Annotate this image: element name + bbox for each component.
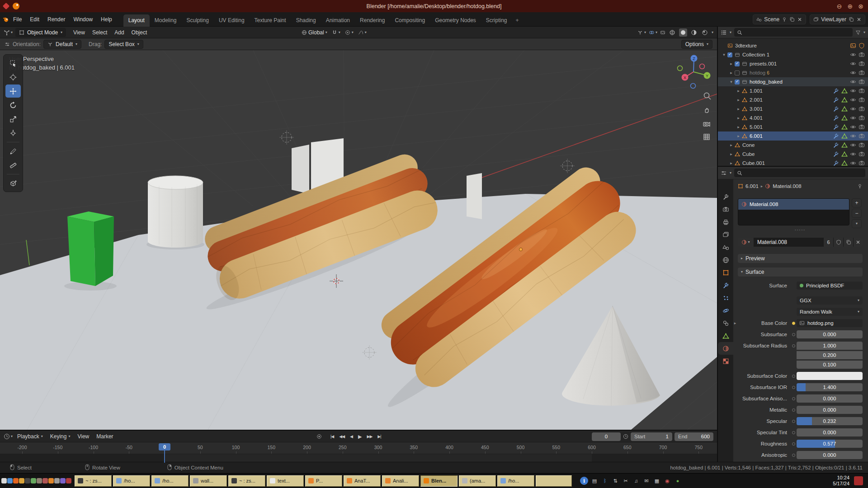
window-button-anali[interactable]: Anali...	[382, 475, 419, 487]
outliner-row-presets-001[interactable]: ▸presets.001	[718, 59, 868, 68]
tab-scripting[interactable]: Scripting	[481, 14, 512, 27]
shader-node-field[interactable]: Principled BSDF	[797, 282, 863, 290]
decorator-dot[interactable]	[790, 386, 797, 389]
screenshot-tray-icon[interactable]: ✂	[622, 477, 630, 485]
add-cube-tool-button[interactable]	[5, 177, 21, 190]
particles-properties-tab[interactable]	[718, 291, 733, 304]
mesh-data-icon[interactable]	[841, 115, 849, 121]
disable-render-icon[interactable]	[859, 115, 866, 121]
pin-icon[interactable]	[857, 183, 863, 189]
window-button-ama[interactable]: (ama...	[459, 475, 496, 487]
property-slider[interactable]: 0.232	[797, 417, 863, 425]
outliner-row-hotdog[interactable]: ▸hotdog6	[718, 68, 868, 77]
decorator-dot[interactable]	[790, 333, 797, 336]
cursor-tool-button[interactable]	[5, 70, 21, 84]
window-button-text[interactable]: text...	[267, 475, 304, 487]
world-properties-tab[interactable]	[718, 253, 733, 266]
hide-eye-icon[interactable]	[850, 115, 857, 121]
disable-render-icon[interactable]	[859, 70, 866, 76]
tab-compositing[interactable]: Compositing	[390, 14, 430, 27]
physics-properties-tab[interactable]	[718, 304, 733, 317]
play-button[interactable]: ▶	[356, 434, 363, 439]
disable-render-icon[interactable]	[859, 52, 866, 58]
expand-toggle-icon[interactable]: ▸	[728, 70, 735, 75]
timeline-menu-view[interactable]: View	[74, 433, 93, 440]
expand-icon[interactable]: ▸	[733, 321, 738, 325]
properties-editor-icon[interactable]	[721, 170, 727, 176]
modifier-icon[interactable]	[833, 106, 840, 112]
hide-eye-icon[interactable]	[850, 97, 857, 103]
property-slider[interactable]: 0.000	[797, 394, 863, 403]
disable-render-icon[interactable]	[859, 79, 866, 85]
window-button-anat[interactable]: AnaT...	[344, 475, 381, 487]
outliner-row-6-001[interactable]: ▸6.001	[718, 131, 868, 141]
remove-slot-button[interactable]: −	[852, 209, 862, 218]
current-frame-field[interactable]: 0	[592, 432, 621, 441]
jump-to-start-button[interactable]: |◀	[328, 435, 336, 439]
property-slider[interactable]: 1.400	[797, 383, 863, 391]
cylinder-object[interactable]	[148, 176, 203, 248]
disable-render-icon[interactable]	[859, 88, 866, 94]
expand-toggle-icon[interactable]: ▸	[735, 98, 742, 102]
close-icon[interactable]	[856, 17, 862, 22]
tab-uv-editing[interactable]: UV Editing	[214, 14, 250, 27]
property-dropdown[interactable]: GGX▾	[797, 296, 863, 305]
settings-launcher-icon[interactable]	[54, 478, 60, 483]
object-properties-tab[interactable]	[718, 266, 733, 279]
preview-section-header[interactable]: ▸Preview	[738, 254, 863, 263]
hide-eye-icon[interactable]	[850, 106, 857, 112]
unlink-material-button[interactable]	[854, 238, 863, 247]
constraints-properties-tab[interactable]	[718, 317, 733, 329]
viewport-3d[interactable]: Z X Y User Perspective (0) hotdog_ba	[0, 50, 717, 430]
property-dropdown[interactable]: Random Walk▾	[797, 308, 863, 316]
modifier-icon[interactable]	[833, 151, 840, 157]
empty-object-3[interactable]	[560, 159, 575, 173]
fake-user-button[interactable]	[834, 238, 844, 247]
expand-toggle-icon[interactable]: ▸	[735, 116, 742, 120]
mesh-data-icon[interactable]	[841, 151, 849, 157]
decorator-dot[interactable]	[790, 408, 797, 412]
expand-toggle-icon[interactable]: ▸	[728, 61, 735, 66]
image-data-icon[interactable]	[850, 42, 857, 49]
sync-tray-icon[interactable]: ⇅	[611, 477, 619, 485]
disable-render-icon[interactable]	[859, 142, 866, 148]
backdrop-plane-1[interactable]	[292, 145, 309, 194]
viewport-menu-object[interactable]: Object	[128, 29, 151, 36]
panel-widget-icon[interactable]	[854, 476, 863, 485]
timeline-menu-marker[interactable]: Marker	[93, 433, 117, 440]
options-dropdown[interactable]: Options ▾	[681, 40, 712, 49]
expand-toggle-icon[interactable]: ▸	[735, 134, 742, 138]
camera-view-button[interactable]	[703, 122, 710, 126]
next-keyframe-button[interactable]: ▶▶	[365, 435, 375, 439]
mail-tray-icon[interactable]: ✉	[642, 477, 651, 485]
mesh-data-icon[interactable]	[841, 88, 849, 94]
modifier-icon[interactable]	[833, 142, 840, 148]
measure-tool-button[interactable]	[5, 159, 21, 172]
pan-button[interactable]	[705, 108, 708, 113]
color-swatch[interactable]	[797, 372, 863, 380]
new-material-button[interactable]	[844, 238, 854, 247]
disable-render-icon[interactable]	[859, 106, 866, 112]
decorator-dot[interactable]	[790, 454, 797, 457]
info-tray-icon[interactable]: ℹ	[580, 477, 588, 485]
property-number-field[interactable]: 0.100	[797, 361, 863, 369]
property-number-field[interactable]: 0.200	[797, 351, 863, 359]
modifier-icon[interactable]	[833, 124, 840, 130]
tab-texture-paint[interactable]: Texture Paint	[250, 14, 291, 27]
play-reverse-button[interactable]: ◀	[348, 435, 355, 439]
outliner-row-cube-001[interactable]: ▸Cube.001	[718, 159, 868, 166]
mesh-data-icon[interactable]	[841, 160, 849, 166]
annotate-tool-button[interactable]	[5, 145, 21, 158]
maximize-button[interactable]: ⊕	[848, 3, 853, 10]
hide-eye-icon[interactable]	[850, 142, 857, 148]
close-button[interactable]: ⊗	[858, 3, 863, 10]
property-number-field[interactable]: 1.000	[797, 342, 863, 350]
hide-eye-icon[interactable]	[850, 52, 857, 58]
modifier-icon[interactable]	[833, 133, 840, 139]
hide-eye-icon[interactable]	[850, 160, 857, 166]
music-tray-icon[interactable]: ♫	[632, 477, 640, 485]
decorator-dot[interactable]	[790, 420, 797, 423]
outliner-row-cone[interactable]: ▸Cone	[718, 141, 868, 150]
users-count-button[interactable]: 6	[824, 238, 834, 247]
file-manager-launcher-icon[interactable]	[1, 478, 7, 483]
